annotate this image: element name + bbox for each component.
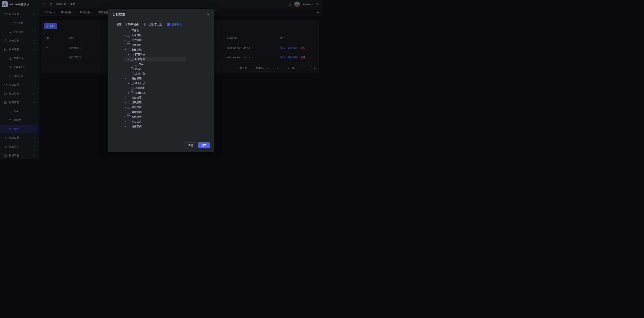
caret-collapsed-icon[interactable] xyxy=(124,39,127,42)
toggle-expand-collapse[interactable]: 展开/折叠 xyxy=(124,23,139,26)
caret-none xyxy=(130,63,134,66)
caret-collapsed-icon[interactable] xyxy=(124,101,127,104)
checkbox[interactable] xyxy=(127,43,130,46)
caret-none xyxy=(127,72,130,75)
tree-node[interactable]: 页面装修 xyxy=(124,52,186,57)
toggle-parent-child-link[interactable]: 父子联动 xyxy=(168,23,182,26)
cancel-button[interactable]: 取消 xyxy=(185,142,196,148)
caret-none xyxy=(124,111,127,114)
tree-node[interactable]: 充值记录 xyxy=(124,90,186,95)
checkbox[interactable] xyxy=(127,125,130,128)
tree-node-highlighted[interactable]: 底部导航 xyxy=(124,57,186,62)
checkbox[interactable] xyxy=(127,96,130,99)
tree-node[interactable]: 模板示例 xyxy=(124,124,186,129)
confirm-button[interactable]: 确定 xyxy=(198,142,210,148)
tree-node[interactable]: 退款记录 xyxy=(124,81,186,86)
tree-node[interactable]: 余额明细 xyxy=(124,86,186,90)
caret-collapsed-icon[interactable] xyxy=(124,120,127,123)
checkbox[interactable] xyxy=(130,82,134,85)
tree-node[interactable]: 文章资讯 xyxy=(124,33,186,38)
tree-node[interactable]: 权限管理 xyxy=(124,105,186,110)
caret-collapsed-icon[interactable] xyxy=(124,43,127,47)
form-label: 权限 xyxy=(108,23,122,26)
checkbox[interactable] xyxy=(127,115,130,118)
checkbox[interactable] xyxy=(130,58,134,61)
permission-form-row: 权限 展开/折叠 全选/不全选 父子联动 xyxy=(108,23,182,26)
checkbox[interactable] xyxy=(127,120,130,123)
modal-footer: 取消 确定 xyxy=(185,142,210,148)
tree-node[interactable]: 渠道设置 xyxy=(124,95,186,100)
tree-node[interactable]: 组织管理 xyxy=(124,100,186,105)
caret-expanded-icon[interactable] xyxy=(127,58,130,61)
checkbox[interactable] xyxy=(127,34,130,37)
checkbox[interactable] xyxy=(130,91,134,94)
checkbox[interactable] xyxy=(127,106,130,109)
tree-node[interactable]: 财务管理 xyxy=(124,76,186,81)
checkbox[interactable] xyxy=(127,101,130,104)
tree-node[interactable]: 工作台 xyxy=(124,28,186,33)
tree-node[interactable]: 素材中心 xyxy=(124,71,186,76)
caret-collapsed-icon[interactable] xyxy=(127,91,130,94)
assign-permission-modal: 分配权限 ✕ 权限 展开/折叠 全选/不全选 父子联动 工作台 文章资讯 用户管… xyxy=(108,9,214,152)
caret-none xyxy=(127,67,130,70)
checkbox[interactable] xyxy=(127,111,130,113)
tree-node[interactable]: 装修管理 xyxy=(124,47,186,52)
checkbox-checked[interactable] xyxy=(168,23,170,26)
checkbox[interactable] xyxy=(127,77,130,80)
caret-expanded-icon[interactable] xyxy=(124,77,127,80)
tree-node[interactable]: 保存 xyxy=(124,62,186,66)
checkbox[interactable] xyxy=(127,48,130,51)
caret-collapsed-icon[interactable] xyxy=(127,82,130,85)
checkbox[interactable] xyxy=(130,87,134,89)
tree-node[interactable]: PC端 xyxy=(124,66,186,71)
modal-close-icon[interactable]: ✕ xyxy=(206,12,210,17)
tree-node[interactable]: 用户管理 xyxy=(124,38,186,42)
tree-node[interactable]: 系统设置 xyxy=(124,114,186,119)
caret-none xyxy=(124,29,127,32)
checkbox[interactable] xyxy=(127,29,130,32)
tree-node[interactable]: 素材管理 xyxy=(124,110,186,114)
caret-collapsed-icon[interactable] xyxy=(124,106,127,109)
checkbox[interactable] xyxy=(134,63,137,66)
caret-expanded-icon[interactable] xyxy=(124,48,127,51)
checkbox[interactable] xyxy=(130,67,134,70)
tree-toggles: 展开/折叠 全选/不全选 父子联动 xyxy=(124,23,182,26)
checkbox[interactable] xyxy=(127,39,130,42)
toggle-select-all[interactable]: 全选/不全选 xyxy=(144,23,162,26)
checkbox[interactable] xyxy=(144,23,147,26)
tree-node[interactable]: 应用管理 xyxy=(124,42,186,47)
permission-tree: 工作台 文章资讯 用户管理 应用管理 装修管理 页面装修 底部导航 保存 PC端… xyxy=(124,28,186,129)
caret-collapsed-icon[interactable] xyxy=(127,53,130,56)
tree-node[interactable]: 开发工具 xyxy=(124,119,186,124)
checkbox[interactable] xyxy=(130,72,134,75)
caret-collapsed-icon[interactable] xyxy=(124,34,127,37)
caret-none xyxy=(127,87,130,90)
caret-collapsed-icon[interactable] xyxy=(124,115,127,118)
checkbox[interactable] xyxy=(124,23,126,26)
modal-title: 分配权限 xyxy=(113,13,125,17)
caret-collapsed-icon[interactable] xyxy=(124,125,127,128)
caret-collapsed-icon[interactable] xyxy=(124,96,127,99)
checkbox[interactable] xyxy=(130,53,134,56)
